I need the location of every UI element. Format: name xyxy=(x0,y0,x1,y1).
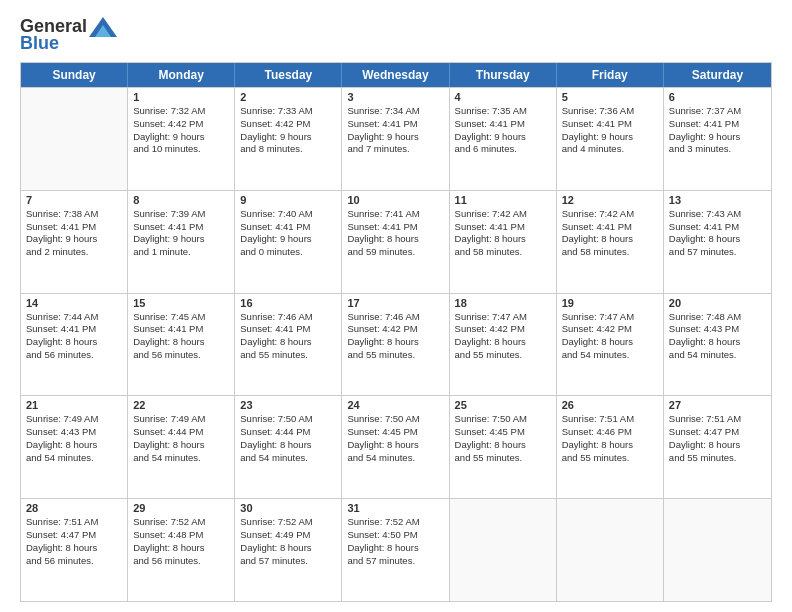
sunrise-text: Sunrise: 7:49 AM xyxy=(133,413,229,426)
daylight-text-1: Daylight: 8 hours xyxy=(240,439,336,452)
calendar-cell: 31Sunrise: 7:52 AMSunset: 4:50 PMDayligh… xyxy=(342,499,449,601)
daylight-text-2: and 54 minutes. xyxy=(562,349,658,362)
day-number: 24 xyxy=(347,399,443,411)
calendar-cell: 12Sunrise: 7:42 AMSunset: 4:41 PMDayligh… xyxy=(557,191,664,293)
daylight-text-1: Daylight: 8 hours xyxy=(133,542,229,555)
daylight-text-1: Daylight: 8 hours xyxy=(26,336,122,349)
daylight-text-2: and 55 minutes. xyxy=(455,349,551,362)
day-number: 3 xyxy=(347,91,443,103)
sunrise-text: Sunrise: 7:43 AM xyxy=(669,208,766,221)
sunrise-text: Sunrise: 7:41 AM xyxy=(347,208,443,221)
calendar-cell: 8Sunrise: 7:39 AMSunset: 4:41 PMDaylight… xyxy=(128,191,235,293)
daylight-text-1: Daylight: 9 hours xyxy=(455,131,551,144)
header-tuesday: Tuesday xyxy=(235,63,342,87)
day-number: 8 xyxy=(133,194,229,206)
daylight-text-2: and 8 minutes. xyxy=(240,143,336,156)
sunrise-text: Sunrise: 7:35 AM xyxy=(455,105,551,118)
calendar-body: 1Sunrise: 7:32 AMSunset: 4:42 PMDaylight… xyxy=(21,87,771,601)
sunset-text: Sunset: 4:43 PM xyxy=(669,323,766,336)
daylight-text-1: Daylight: 8 hours xyxy=(133,439,229,452)
daylight-text-2: and 55 minutes. xyxy=(455,452,551,465)
sunset-text: Sunset: 4:41 PM xyxy=(669,118,766,131)
sunset-text: Sunset: 4:41 PM xyxy=(562,118,658,131)
calendar-cell: 14Sunrise: 7:44 AMSunset: 4:41 PMDayligh… xyxy=(21,294,128,396)
day-number: 14 xyxy=(26,297,122,309)
sunset-text: Sunset: 4:44 PM xyxy=(133,426,229,439)
sunset-text: Sunset: 4:47 PM xyxy=(26,529,122,542)
daylight-text-2: and 54 minutes. xyxy=(669,349,766,362)
calendar-cell: 18Sunrise: 7:47 AMSunset: 4:42 PMDayligh… xyxy=(450,294,557,396)
day-number: 26 xyxy=(562,399,658,411)
sunset-text: Sunset: 4:41 PM xyxy=(669,221,766,234)
header-wednesday: Wednesday xyxy=(342,63,449,87)
daylight-text-2: and 57 minutes. xyxy=(669,246,766,259)
day-number: 10 xyxy=(347,194,443,206)
calendar-cell: 17Sunrise: 7:46 AMSunset: 4:42 PMDayligh… xyxy=(342,294,449,396)
daylight-text-2: and 58 minutes. xyxy=(562,246,658,259)
daylight-text-2: and 1 minute. xyxy=(133,246,229,259)
daylight-text-1: Daylight: 8 hours xyxy=(455,439,551,452)
sunset-text: Sunset: 4:47 PM xyxy=(669,426,766,439)
day-number: 28 xyxy=(26,502,122,514)
daylight-text-2: and 56 minutes. xyxy=(26,555,122,568)
calendar-cell: 24Sunrise: 7:50 AMSunset: 4:45 PMDayligh… xyxy=(342,396,449,498)
daylight-text-1: Daylight: 9 hours xyxy=(562,131,658,144)
day-number: 12 xyxy=(562,194,658,206)
daylight-text-1: Daylight: 8 hours xyxy=(455,233,551,246)
sunrise-text: Sunrise: 7:50 AM xyxy=(240,413,336,426)
daylight-text-1: Daylight: 8 hours xyxy=(26,542,122,555)
sunset-text: Sunset: 4:49 PM xyxy=(240,529,336,542)
sunset-text: Sunset: 4:41 PM xyxy=(133,323,229,336)
sunrise-text: Sunrise: 7:47 AM xyxy=(455,311,551,324)
calendar: SundayMondayTuesdayWednesdayThursdayFrid… xyxy=(20,62,772,602)
header: General Blue xyxy=(20,16,772,54)
day-number: 16 xyxy=(240,297,336,309)
calendar-cell: 16Sunrise: 7:46 AMSunset: 4:41 PMDayligh… xyxy=(235,294,342,396)
calendar-cell: 29Sunrise: 7:52 AMSunset: 4:48 PMDayligh… xyxy=(128,499,235,601)
calendar-cell: 28Sunrise: 7:51 AMSunset: 4:47 PMDayligh… xyxy=(21,499,128,601)
sunrise-text: Sunrise: 7:52 AM xyxy=(347,516,443,529)
day-number: 13 xyxy=(669,194,766,206)
sunrise-text: Sunrise: 7:38 AM xyxy=(26,208,122,221)
calendar-cell: 22Sunrise: 7:49 AMSunset: 4:44 PMDayligh… xyxy=(128,396,235,498)
sunset-text: Sunset: 4:42 PM xyxy=(455,323,551,336)
logo-icon xyxy=(89,17,117,37)
daylight-text-1: Daylight: 8 hours xyxy=(347,439,443,452)
daylight-text-1: Daylight: 8 hours xyxy=(669,439,766,452)
day-number: 25 xyxy=(455,399,551,411)
daylight-text-1: Daylight: 8 hours xyxy=(455,336,551,349)
logo: General Blue xyxy=(20,16,117,54)
header-monday: Monday xyxy=(128,63,235,87)
calendar-cell: 1Sunrise: 7:32 AMSunset: 4:42 PMDaylight… xyxy=(128,88,235,190)
sunrise-text: Sunrise: 7:32 AM xyxy=(133,105,229,118)
sunrise-text: Sunrise: 7:46 AM xyxy=(240,311,336,324)
page: General Blue SundayMondayTuesdayWednesda… xyxy=(0,0,792,612)
header-thursday: Thursday xyxy=(450,63,557,87)
sunrise-text: Sunrise: 7:50 AM xyxy=(347,413,443,426)
day-number: 27 xyxy=(669,399,766,411)
sunrise-text: Sunrise: 7:40 AM xyxy=(240,208,336,221)
calendar-cell: 26Sunrise: 7:51 AMSunset: 4:46 PMDayligh… xyxy=(557,396,664,498)
sunset-text: Sunset: 4:42 PM xyxy=(133,118,229,131)
daylight-text-2: and 57 minutes. xyxy=(240,555,336,568)
sunset-text: Sunset: 4:41 PM xyxy=(133,221,229,234)
day-number: 21 xyxy=(26,399,122,411)
sunset-text: Sunset: 4:42 PM xyxy=(562,323,658,336)
daylight-text-1: Daylight: 8 hours xyxy=(347,233,443,246)
daylight-text-1: Daylight: 9 hours xyxy=(669,131,766,144)
daylight-text-2: and 55 minutes. xyxy=(562,452,658,465)
calendar-cell xyxy=(450,499,557,601)
header-sunday: Sunday xyxy=(21,63,128,87)
daylight-text-2: and 56 minutes. xyxy=(26,349,122,362)
day-number: 31 xyxy=(347,502,443,514)
sunrise-text: Sunrise: 7:50 AM xyxy=(455,413,551,426)
sunrise-text: Sunrise: 7:49 AM xyxy=(26,413,122,426)
day-number: 23 xyxy=(240,399,336,411)
daylight-text-1: Daylight: 9 hours xyxy=(347,131,443,144)
sunset-text: Sunset: 4:45 PM xyxy=(455,426,551,439)
day-number: 29 xyxy=(133,502,229,514)
sunrise-text: Sunrise: 7:34 AM xyxy=(347,105,443,118)
daylight-text-2: and 59 minutes. xyxy=(347,246,443,259)
calendar-cell: 9Sunrise: 7:40 AMSunset: 4:41 PMDaylight… xyxy=(235,191,342,293)
calendar-row-2: 7Sunrise: 7:38 AMSunset: 4:41 PMDaylight… xyxy=(21,190,771,293)
